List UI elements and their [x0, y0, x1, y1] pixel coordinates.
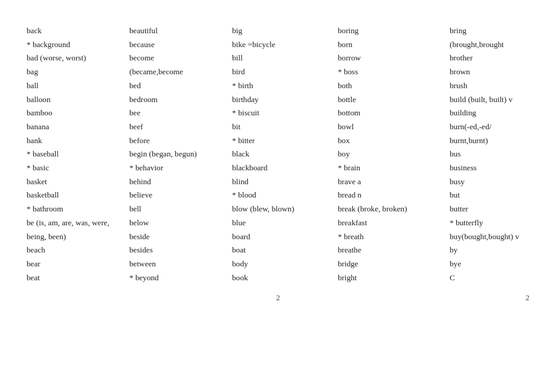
- word-item: bread n: [338, 188, 450, 202]
- word-item: back: [27, 24, 129, 38]
- word-item: bike =bicycle: [232, 38, 338, 52]
- word-item: C: [450, 271, 556, 285]
- word-item: (brought,brought: [450, 38, 556, 52]
- word-item: because: [129, 38, 232, 52]
- word-item: bag: [27, 65, 129, 79]
- word-item: bottle: [338, 93, 450, 107]
- word-item: bus: [450, 147, 556, 161]
- word-item: begin (began, begun): [129, 147, 232, 161]
- word-item: board: [232, 230, 338, 244]
- word-item: burnt,burnt): [450, 134, 556, 148]
- word-item: bye: [450, 257, 556, 271]
- word-item: being, been): [27, 230, 129, 244]
- word-item: behind: [129, 175, 232, 189]
- word-item: blackboard: [232, 161, 338, 175]
- word-item: bill: [232, 51, 338, 65]
- word-item: bamboo: [27, 106, 129, 120]
- word-item: burn(-ed,-ed/: [450, 120, 556, 134]
- word-item: bee: [129, 106, 232, 120]
- word-item: by: [450, 243, 556, 257]
- word-item: borrow: [338, 51, 450, 65]
- word-item: * biscuit: [232, 106, 338, 120]
- word-item: break (broke, broken): [338, 202, 450, 216]
- word-item: (became,become: [129, 65, 232, 79]
- word-item: banana: [27, 120, 129, 134]
- word-item: born: [338, 38, 450, 52]
- word-item: be (is, am, are, was, were,: [27, 216, 129, 230]
- word-item: * background: [27, 38, 129, 52]
- word-item: between: [129, 257, 232, 271]
- word-item: ball: [27, 79, 129, 93]
- word-item: * birth: [232, 79, 338, 93]
- word-item: beautiful: [129, 24, 232, 38]
- word-item: bridge: [338, 257, 450, 271]
- word-item: black: [232, 147, 338, 161]
- word-item: bad (worse, worst): [27, 51, 129, 65]
- word-item: book: [232, 271, 338, 285]
- word-item: beach: [27, 243, 129, 257]
- word-item: basketball: [27, 188, 129, 202]
- word-item: become: [129, 51, 232, 65]
- word-item: beat: [27, 271, 129, 285]
- word-item: blind: [232, 175, 338, 189]
- word-item: big: [232, 24, 338, 38]
- word-item: below: [129, 216, 232, 230]
- word-item: beside: [129, 230, 232, 244]
- word-item: brush: [450, 79, 556, 93]
- word-item: building: [450, 106, 556, 120]
- word-item: believe: [129, 188, 232, 202]
- footer-page-left: 2: [276, 293, 280, 303]
- word-item: basket: [27, 175, 129, 189]
- word-item: * bathroom: [27, 202, 129, 216]
- word-item: blow (blew, blown): [232, 202, 338, 216]
- word-item: bank: [27, 134, 129, 148]
- word-item: before: [129, 134, 232, 148]
- word-item: * butterfly: [450, 216, 556, 230]
- word-item: breathe: [338, 243, 450, 257]
- column-4: boringbornborrow* bossbothbottlebottombo…: [338, 24, 450, 284]
- word-item: bowl: [338, 120, 450, 134]
- word-item: but: [450, 188, 556, 202]
- word-item: both: [338, 79, 450, 93]
- word-item: * basic: [27, 161, 129, 175]
- word-item: bear: [27, 257, 129, 271]
- word-item: brave a: [338, 175, 450, 189]
- word-item: bell: [129, 202, 232, 216]
- word-item: butter: [450, 202, 556, 216]
- word-item: business: [450, 161, 556, 175]
- word-item: bit: [232, 120, 338, 134]
- word-item: balloon: [27, 93, 129, 107]
- column-1: back* backgroundbad (worse, worst)bagbal…: [27, 24, 129, 284]
- word-item: breakfast: [338, 216, 450, 230]
- word-item: box: [338, 134, 450, 148]
- word-item: bright: [338, 271, 450, 285]
- word-item: * brain: [338, 161, 450, 175]
- word-item: * beyond: [129, 271, 232, 285]
- word-item: busy: [450, 175, 556, 189]
- word-item: buy(bought,bought) v: [450, 230, 556, 244]
- word-item: brown: [450, 65, 556, 79]
- word-item: brother: [450, 51, 556, 65]
- word-item: bird: [232, 65, 338, 79]
- column-3: bigbike =bicyclebillbird* birthbirthday*…: [232, 24, 338, 284]
- word-item: boy: [338, 147, 450, 161]
- word-item: * baseball: [27, 147, 129, 161]
- column-5: bring(brought,broughtbrotherbrownbrushbu…: [450, 24, 556, 284]
- footer-page-right: 2: [526, 293, 530, 303]
- word-item: * blood: [232, 188, 338, 202]
- word-columns: back* backgroundbad (worse, worst)bagbal…: [27, 24, 529, 284]
- word-item: blue: [232, 216, 338, 230]
- word-item: bottom: [338, 106, 450, 120]
- word-item: besides: [129, 243, 232, 257]
- page: back* backgroundbad (worse, worst)bagbal…: [0, 0, 556, 315]
- word-item: body: [232, 257, 338, 271]
- word-item: boring: [338, 24, 450, 38]
- word-item: bed: [129, 79, 232, 93]
- word-item: birthday: [232, 93, 338, 107]
- word-item: * behavior: [129, 161, 232, 175]
- word-item: bedroom: [129, 93, 232, 107]
- word-item: * breath: [338, 230, 450, 244]
- word-item: * bitter: [232, 134, 338, 148]
- word-item: boat: [232, 243, 338, 257]
- word-item: beef: [129, 120, 232, 134]
